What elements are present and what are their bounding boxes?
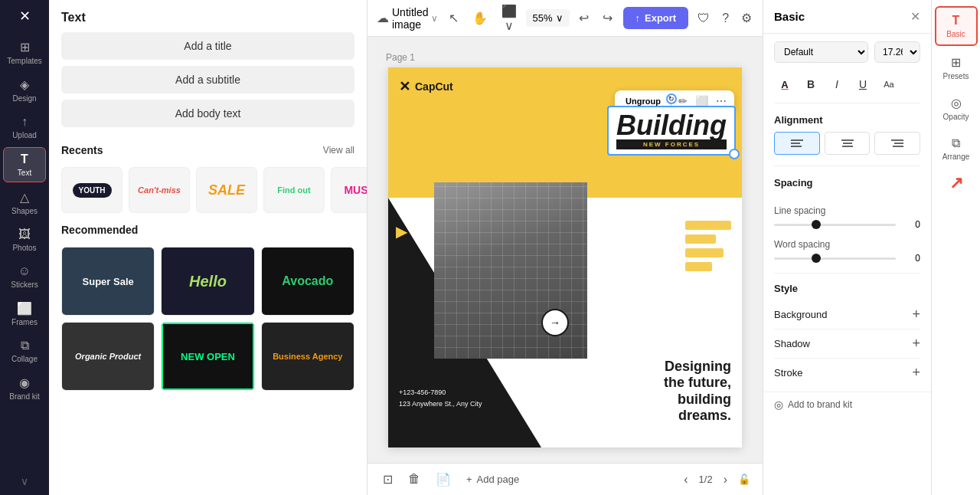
recent-cantmiss[interactable]: Can't-miss xyxy=(129,167,190,213)
undo-button[interactable]: ↩ xyxy=(574,8,593,28)
align-right-icon xyxy=(891,139,903,148)
line-spacing-control: 0 xyxy=(774,219,920,230)
bold-button[interactable]: B xyxy=(800,74,822,95)
format-row: A B I U Aa xyxy=(763,70,931,98)
stroke-style-item[interactable]: Stroke + xyxy=(774,359,920,387)
recommended-bizagency[interactable]: Business Agency xyxy=(261,322,354,391)
sidebar-item-design[interactable]: ◈ Design xyxy=(3,73,46,107)
underline-button[interactable]: U xyxy=(852,74,874,95)
file-info[interactable]: ☁ Untitled image ∨ xyxy=(377,6,438,31)
recommended-super-sale[interactable]: Super Sale xyxy=(61,247,155,316)
alignment-label: Alignment xyxy=(774,114,920,126)
add-title-button[interactable]: Add a title xyxy=(61,32,354,60)
background-plus-icon[interactable]: + xyxy=(912,307,920,323)
font-family-select[interactable]: Default xyxy=(774,41,868,63)
recommended-hello[interactable]: Hello xyxy=(161,247,254,316)
pointer-tool-button[interactable]: ↖ xyxy=(444,8,463,28)
shadow-style-item[interactable]: Shadow + xyxy=(774,329,920,359)
recommended-grid: Super Sale Hello Avocado Organic Product… xyxy=(49,241,367,397)
far-right-opacity[interactable]: ◎ Opacity xyxy=(935,90,978,127)
recents-row: YOUTH Can't-miss SALE Find out MUSIC › xyxy=(49,161,367,219)
far-right-basic[interactable]: T Basic xyxy=(935,6,978,46)
presets-label: Presets xyxy=(943,72,969,80)
hand-tool-button[interactable]: ✋ xyxy=(468,8,492,28)
sidebar-item-upload[interactable]: ↑ Upload xyxy=(3,110,46,144)
recommended-newopen[interactable]: NEW OPEN xyxy=(161,322,254,391)
contact-address: 123 Anywhere St., Any City xyxy=(399,398,482,409)
top-bar-left: ☁ Untitled image ∨ xyxy=(377,6,438,31)
settings-icon[interactable]: ⚙ xyxy=(738,8,755,28)
layers-icon[interactable]: ⊡ xyxy=(380,469,396,490)
recommended-avocado[interactable]: Avocado xyxy=(261,247,354,316)
sidebar-item-templates[interactable]: ⊞ Templates xyxy=(3,35,46,70)
align-left-button[interactable] xyxy=(774,132,820,155)
sidebar-item-text[interactable]: T Text xyxy=(3,147,46,182)
recent-music[interactable]: MUSIC xyxy=(331,167,367,213)
right-panel-header: Basic ✕ xyxy=(763,0,931,34)
sidebar-item-label: Collage xyxy=(11,355,38,363)
capcut-logo: ✕ CapCut xyxy=(399,78,453,95)
right-panel: Basic ✕ Default 17.26 A B I U Aa Alignme… xyxy=(763,0,931,495)
panel-header: Text xyxy=(49,0,367,32)
shape-3 xyxy=(685,248,724,257)
help-icon[interactable]: ? xyxy=(719,8,732,28)
word-spacing-label: Word spacing xyxy=(774,239,920,250)
resize-handle[interactable] xyxy=(729,149,740,159)
building-text-selected[interactable]: Building NEW FORCES ↻ xyxy=(607,106,736,156)
app-logo[interactable]: ✕ xyxy=(19,8,31,25)
sidebar-item-brand[interactable]: ◉ Brand kit xyxy=(3,371,46,405)
sidebar-item-stickers[interactable]: ☺ Stickers xyxy=(3,260,46,293)
text-color-button[interactable]: A xyxy=(774,74,795,95)
export-button[interactable]: ↑ Export xyxy=(623,7,689,29)
nav-expand[interactable]: ∨ xyxy=(21,475,28,487)
sidebar-item-photos[interactable]: 🖼 Photos xyxy=(3,223,46,257)
sidebar-item-collage[interactable]: ⧉ Collage xyxy=(3,334,46,368)
shield-icon[interactable]: 🛡 xyxy=(694,8,713,28)
recent-sale[interactable]: SALE xyxy=(196,167,257,213)
sidebar-item-shapes[interactable]: △ Shapes xyxy=(3,185,46,220)
canvas-scroll[interactable]: Page 1 ✕ CapCut xyxy=(368,37,763,463)
align-center-button[interactable] xyxy=(825,132,871,155)
prev-page-button[interactable]: ‹ xyxy=(679,471,692,488)
word-spacing-slider[interactable] xyxy=(774,257,896,260)
bottom-bar: ⊡ 🗑 📄 + Add page ‹ 1/2 › 🔓 xyxy=(368,463,763,495)
font-size-select[interactable]: 17.26 xyxy=(874,41,920,63)
add-body-button[interactable]: Add body text xyxy=(61,100,354,127)
display-mode-button[interactable]: ⬛ ∨ xyxy=(497,1,521,36)
sidebar-item-frames[interactable]: ⬜ Frames xyxy=(3,297,46,331)
next-page-button[interactable]: › xyxy=(719,471,732,488)
delete-icon[interactable]: 🗑 xyxy=(405,469,423,490)
zoom-control[interactable]: 55% ∨ xyxy=(526,9,569,27)
add-page-button[interactable]: + Add page xyxy=(466,474,519,485)
stroke-label: Stroke xyxy=(774,367,803,379)
brand-kit-row[interactable]: ◎ Add to brand kit xyxy=(763,392,931,417)
line-spacing-label: Line spacing xyxy=(774,205,920,216)
add-page-label: Add page xyxy=(477,474,520,485)
file-name: Untitled image xyxy=(392,6,428,31)
align-right-button[interactable] xyxy=(874,132,920,155)
word-spacing-value: 0 xyxy=(902,253,920,264)
canvas-background: ✕ CapCut Ungroup | ✏ ⬜ ⋯ xyxy=(388,67,742,447)
recent-findout[interactable]: Find out xyxy=(263,167,325,213)
rotate-handle[interactable]: ↻ xyxy=(666,93,677,104)
recent-youth[interactable]: YOUTH xyxy=(61,167,122,213)
view-all-button[interactable]: View all xyxy=(323,145,354,156)
sidebar-item-label: Stickers xyxy=(11,280,38,289)
arrow-circle-button[interactable]: → xyxy=(541,309,569,336)
add-subtitle-button[interactable]: Add a subtitle xyxy=(61,66,354,93)
redo-button[interactable]: ↪ xyxy=(598,8,617,28)
shadow-plus-icon[interactable]: + xyxy=(912,336,920,352)
far-right-presets[interactable]: ⊞ Presets xyxy=(935,49,978,87)
recommended-organic[interactable]: Organic Product xyxy=(61,322,155,391)
stroke-plus-icon[interactable]: + xyxy=(912,365,920,381)
line-spacing-slider[interactable] xyxy=(774,224,896,226)
italic-button[interactable]: I xyxy=(826,74,848,95)
right-panel-close-button[interactable]: ✕ xyxy=(910,9,920,24)
far-right-arrange[interactable]: ⧉ Arrange xyxy=(935,130,978,167)
canvas[interactable]: ✕ CapCut Ungroup | ✏ ⬜ ⋯ xyxy=(388,67,742,447)
lock-icon[interactable]: 🔓 xyxy=(738,474,750,485)
case-button[interactable]: Aa xyxy=(878,74,900,95)
duplicate-icon[interactable]: 📄 xyxy=(433,469,454,490)
youth-text: YOUTH xyxy=(73,183,112,198)
background-style-item[interactable]: Background + xyxy=(774,300,920,329)
